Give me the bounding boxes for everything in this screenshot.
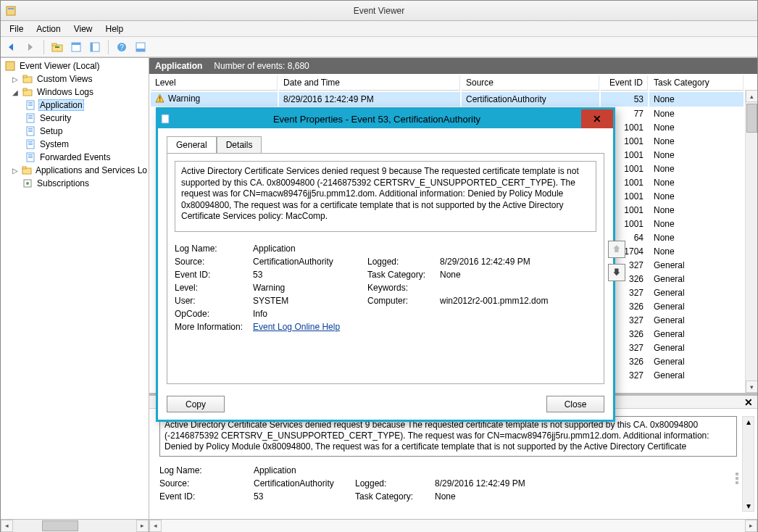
tree-hscroll-thumb[interactable]	[42, 520, 78, 531]
caret-down-icon[interactable]: ◢	[11, 88, 20, 96]
dval-source: CertificationAuthority	[253, 257, 367, 267]
hscroll-right-icon[interactable]: ▸	[745, 520, 757, 532]
taskcat-cell: General	[649, 301, 744, 313]
dialog-titlebar[interactable]: Event Properties - Event 53, Certificati…	[158, 109, 613, 128]
dval-level: Warning	[253, 283, 367, 293]
lbl-source: Source:	[159, 478, 254, 489]
grid-scrollbar[interactable]: ▴ ▾	[745, 90, 757, 393]
taskcat-cell: General	[649, 259, 744, 272]
tree-hscroll-track[interactable]	[13, 520, 136, 532]
svg-rect-23	[28, 117, 33, 117]
tree-subscriptions[interactable]: Subscriptions	[1, 177, 149, 190]
warning-icon	[155, 93, 164, 103]
hscroll-left-icon[interactable]: ◂	[149, 520, 162, 532]
close-button[interactable]: Close	[546, 396, 604, 412]
view-pane-2-button[interactable]	[87, 39, 103, 55]
taskcat-cell: None	[649, 149, 744, 162]
footer-scroll: ◂ ▸ ◂ ▸	[1, 519, 757, 531]
folder-button[interactable]	[49, 39, 65, 55]
preview-description: Active Directory Certificate Services de…	[159, 416, 737, 457]
dialog-title: Event Properties - Event 53, Certificati…	[172, 114, 581, 125]
tree-custom-views[interactable]: ▷ Custom Views	[1, 72, 149, 86]
dlbl-opcode: OpCode:	[175, 309, 253, 319]
source-cell: CertificationAuthority	[462, 92, 599, 107]
level-cell: Warning	[155, 93, 200, 104]
log-icon	[25, 151, 36, 163]
tree-windows-logs[interactable]: ◢ Windows Logs	[1, 86, 149, 99]
log-icon	[25, 112, 36, 124]
next-event-button[interactable]: 🡇	[608, 264, 625, 281]
svg-rect-27	[28, 130, 33, 130]
col-date[interactable]: Date and Time	[279, 75, 460, 91]
view-pane-3-button[interactable]	[133, 39, 149, 55]
svg-rect-16	[23, 88, 27, 91]
dlbl-user: User:	[175, 296, 253, 306]
copy-button[interactable]: Copy	[167, 396, 225, 412]
svg-rect-34	[28, 154, 33, 155]
tree-system[interactable]: System	[1, 138, 149, 151]
scroll-down-icon[interactable]: ▾	[746, 501, 751, 511]
tree-apps-services[interactable]: ▷ Applications and Services Lo	[1, 164, 149, 177]
lbl-logged: Logged:	[355, 478, 435, 489]
col-eventid[interactable]: Event ID	[601, 75, 648, 91]
forward-button[interactable]	[22, 39, 38, 55]
back-button[interactable]	[4, 39, 20, 55]
event-properties-dialog: Event Properties - Event 53, Certificati…	[156, 107, 615, 422]
content-hscroll-track[interactable]	[162, 520, 745, 532]
menu-view[interactable]: View	[68, 22, 99, 36]
menu-action[interactable]: Action	[30, 22, 66, 36]
caret-icon[interactable]: ▷	[11, 75, 20, 83]
tree-root[interactable]: Event Viewer (Local)	[1, 59, 149, 72]
hscroll-left-icon[interactable]: ◂	[1, 520, 13, 532]
svg-rect-14	[23, 75, 27, 78]
view-pane-1-button[interactable]	[68, 39, 84, 55]
svg-rect-43	[736, 473, 738, 475]
dval-user: SYSTEM	[253, 296, 367, 306]
scroll-down-icon[interactable]: ▾	[746, 381, 758, 393]
tree-setup[interactable]: Setup	[1, 125, 149, 138]
folder-icon	[22, 73, 33, 85]
lbl-logname: Log Name:	[159, 465, 254, 475]
splitter-handle[interactable]	[734, 464, 740, 493]
hscroll-right-icon[interactable]: ▸	[136, 520, 149, 532]
folder-icon	[21, 165, 32, 176]
log-icon	[25, 125, 36, 137]
tab-details[interactable]: Details	[217, 136, 262, 154]
svg-rect-22	[28, 115, 33, 116]
scroll-up-icon[interactable]: ▴	[746, 417, 751, 427]
tab-general[interactable]: General	[167, 136, 217, 154]
dialog-close-button[interactable]: ✕	[581, 109, 613, 128]
scroll-up-icon[interactable]: ▴	[746, 90, 758, 102]
svg-rect-26	[28, 128, 33, 129]
dialog-icon	[158, 114, 172, 124]
col-source[interactable]: Source	[462, 75, 599, 91]
taskcat-cell: General	[649, 342, 744, 354]
dialog-buttons: Copy Close	[158, 391, 613, 420]
more-info-link[interactable]: Event Log Online Help	[253, 322, 340, 332]
prev-event-button[interactable]: 🡅	[608, 241, 625, 258]
scroll-thumb[interactable]	[746, 104, 757, 133]
tree-security[interactable]: Security	[1, 112, 149, 125]
svg-rect-3	[52, 43, 57, 46]
svg-rect-7	[91, 43, 93, 51]
dialog-nav-arrows: 🡅 🡇	[608, 241, 625, 281]
caret-icon[interactable]: ▷	[11, 166, 19, 175]
tab-panel-general: Active Directory Certificate Services de…	[167, 153, 604, 384]
svg-rect-44	[736, 477, 738, 480]
help-button[interactable]: ?	[114, 39, 130, 55]
col-taskcat[interactable]: Task Category	[649, 75, 744, 91]
tree-forwarded[interactable]: Forwarded Events	[1, 151, 149, 164]
dlbl-computer: Computer:	[367, 296, 440, 306]
menu-help[interactable]: Help	[100, 22, 130, 36]
nav-tree[interactable]: Event Viewer (Local) ▷ Custom Views ◢ Wi…	[1, 58, 149, 519]
preview-scrollbar[interactable]: ▴ ▾	[742, 416, 754, 512]
dlbl-moreinfo: More Information:	[175, 322, 253, 332]
log-icon	[25, 99, 36, 111]
svg-point-40	[26, 182, 29, 185]
col-level[interactable]: Level	[151, 75, 278, 91]
close-preview-icon[interactable]: ✕	[744, 396, 753, 408]
svg-rect-42	[159, 100, 160, 101]
tree-application[interactable]: Application	[1, 99, 149, 112]
menu-file[interactable]: File	[4, 22, 29, 36]
table-row[interactable]: Warning8/29/2016 12:42:49 PMCertificatio…	[151, 92, 744, 107]
